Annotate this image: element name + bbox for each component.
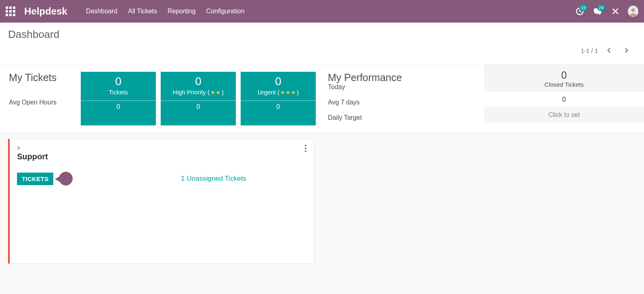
nav-items: Dashboard All Tickets Reporting Configur… — [86, 8, 245, 15]
breadcrumb-bar: Dashboard 1-1 / 1 — [0, 23, 644, 65]
apps-grid-icon[interactable] — [6, 6, 17, 17]
kpi-urgent-label-end: ) — [297, 89, 299, 96]
daily-target-set[interactable]: Click to set — [484, 107, 644, 123]
pager: 1-1 / 1 — [8, 45, 636, 56]
svg-point-1 — [631, 8, 635, 12]
kpi-tickets-num: 0 — [82, 75, 154, 88]
avg-open-hours-label: Avg Open Hours — [9, 96, 72, 109]
activity-badge: 19 — [579, 4, 587, 11]
card-title[interactable]: Support — [17, 152, 48, 161]
kpi-tickets[interactable]: 0 Tickets 0 — [81, 72, 156, 125]
my-tickets-title: My Tickets — [9, 72, 72, 83]
kpi-high-priority[interactable]: 0 High Priority ( ★★ ) 0 — [161, 72, 236, 125]
nav-reporting[interactable]: Reporting — [168, 8, 195, 15]
svg-point-4 — [305, 150, 306, 152]
tickets-button[interactable]: TICKETS — [17, 173, 53, 185]
kpi-high-label: High Priority ( — [173, 89, 210, 96]
my-performance-title: My Performance — [328, 72, 460, 83]
team-card-support: > Support TICKETS 1 Unassigned Tickets — [8, 139, 314, 264]
brand-title[interactable]: Helpdesk — [24, 6, 67, 17]
close-icon[interactable] — [610, 6, 621, 17]
summary-panels: My Tickets Avg Open Hours 0 Tickets 0 0 … — [0, 65, 644, 133]
avatar[interactable] — [628, 6, 638, 17]
perf-avg7-label: Avg 7 days — [328, 95, 460, 110]
nav-all-tickets[interactable]: All Tickets — [128, 8, 157, 15]
card-menu-icon[interactable] — [305, 145, 306, 161]
kanban-content: > Support TICKETS 1 Unassigned Tickets — [0, 133, 644, 269]
kpi-high-label-end: ) — [222, 89, 224, 96]
closed-tickets-label: Closed Tickets — [484, 81, 644, 92]
kpi-tickets-label: Tickets — [109, 89, 128, 96]
perf-avg7-val: 0 — [484, 92, 644, 107]
discuss-icon[interactable]: 24 — [592, 6, 603, 17]
kpi-urgent-bottom: 0 — [241, 100, 316, 113]
pager-next-icon[interactable] — [621, 45, 632, 56]
star-icon: ★★★ — [280, 89, 296, 96]
perf-today-label: Today — [328, 83, 460, 91]
unassigned-link[interactable]: 1 Unassigned Tickets — [181, 175, 246, 183]
star-icon: ★★ — [210, 89, 221, 96]
discuss-badge: 24 — [597, 4, 605, 11]
page-title: Dashboard — [8, 28, 636, 41]
kpi-urgent[interactable]: 0 Urgent ( ★★★ ) 0 — [241, 72, 316, 125]
kpi-tickets-bottom: 0 — [81, 100, 156, 113]
nav-dashboard[interactable]: Dashboard — [86, 8, 117, 15]
kpi-urgent-label: Urgent ( — [258, 89, 279, 96]
svg-point-3 — [305, 148, 306, 149]
pager-prev-icon[interactable] — [604, 45, 615, 56]
closed-tickets-num: 0 — [484, 67, 644, 81]
nav-configuration[interactable]: Configuration — [206, 8, 244, 15]
svg-point-2 — [305, 145, 306, 146]
card-caret[interactable]: > — [17, 145, 48, 151]
kpi-cards: 0 Tickets 0 0 High Priority ( ★★ ) 0 0 U… — [81, 65, 316, 133]
pager-range[interactable]: 1-1 / 1 — [581, 47, 598, 54]
kpi-urgent-num: 0 — [242, 75, 314, 88]
kpi-high-num: 0 — [162, 75, 234, 88]
perf-target-label: Daily Target — [328, 110, 460, 125]
perf-values: 0 Closed Tickets 0 Click to set — [484, 65, 644, 133]
activity-icon[interactable]: 19 — [575, 6, 585, 17]
kpi-high-bottom: 0 — [161, 100, 236, 113]
top-navbar: Helpdesk Dashboard All Tickets Reporting… — [0, 0, 644, 23]
pointer-icon — [57, 171, 73, 186]
